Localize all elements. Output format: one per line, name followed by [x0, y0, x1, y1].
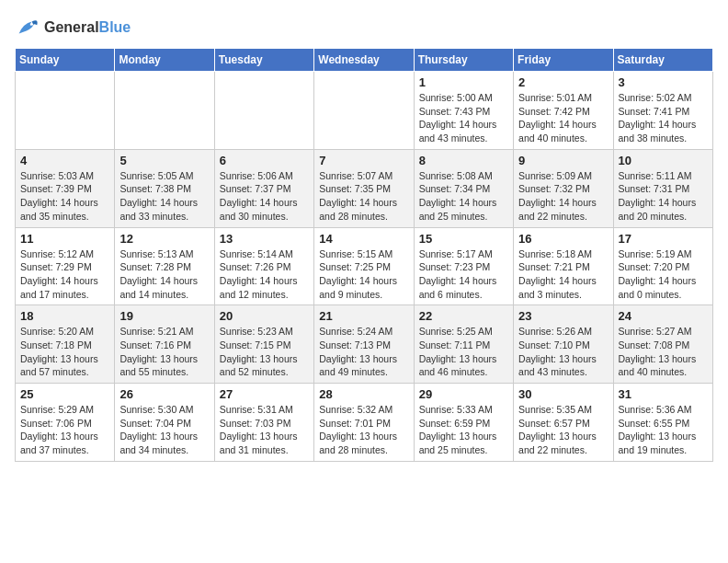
calendar-cell: 7Sunrise: 5:07 AM Sunset: 7:35 PM Daylig…: [314, 149, 414, 227]
calendar-table: SundayMondayTuesdayWednesdayThursdayFrid…: [15, 48, 713, 462]
day-number: 11: [20, 232, 109, 246]
day-info: Sunrise: 5:18 AM Sunset: 7:21 PM Dayligh…: [518, 247, 608, 302]
calendar-cell: 21Sunrise: 5:24 AM Sunset: 7:13 PM Dayli…: [314, 305, 414, 384]
day-number: 4: [20, 154, 109, 167]
calendar-cell: 12Sunrise: 5:13 AM Sunset: 7:28 PM Dayli…: [115, 227, 214, 305]
weekday-header-sunday: Sunday: [16, 49, 115, 72]
day-number: 16: [518, 232, 608, 246]
weekday-header-friday: Friday: [514, 49, 613, 72]
calendar-cell: 18Sunrise: 5:20 AM Sunset: 7:18 PM Dayli…: [16, 305, 115, 384]
day-info: Sunrise: 5:19 AM Sunset: 7:20 PM Dayligh…: [619, 247, 708, 302]
calendar-cell: 22Sunrise: 5:25 AM Sunset: 7:11 PM Dayli…: [414, 305, 513, 384]
day-info: Sunrise: 5:12 AM Sunset: 7:29 PM Dayligh…: [20, 247, 109, 302]
calendar-cell: 29Sunrise: 5:33 AM Sunset: 6:59 PM Dayli…: [414, 384, 513, 462]
day-info: Sunrise: 5:03 AM Sunset: 7:39 PM Dayligh…: [20, 169, 109, 224]
day-info: Sunrise: 5:36 AM Sunset: 6:55 PM Dayligh…: [619, 403, 708, 457]
calendar-cell: 20Sunrise: 5:23 AM Sunset: 7:15 PM Dayli…: [214, 305, 313, 384]
calendar-week-row: 4Sunrise: 5:03 AM Sunset: 7:39 PM Daylig…: [16, 149, 713, 227]
calendar-cell: 10Sunrise: 5:11 AM Sunset: 7:31 PM Dayli…: [613, 149, 712, 227]
calendar-cell: 3Sunrise: 5:02 AM Sunset: 7:41 PM Daylig…: [613, 72, 712, 150]
calendar-cell: 24Sunrise: 5:27 AM Sunset: 7:08 PM Dayli…: [613, 305, 712, 384]
calendar-cell: [115, 72, 214, 150]
logo: GeneralBlue: [15, 15, 131, 40]
weekday-header-saturday: Saturday: [613, 49, 712, 72]
day-info: Sunrise: 5:09 AM Sunset: 7:32 PM Dayligh…: [518, 169, 608, 224]
day-number: 18: [20, 309, 109, 323]
day-number: 15: [419, 232, 508, 246]
day-number: 23: [518, 309, 608, 323]
day-info: Sunrise: 5:08 AM Sunset: 7:34 PM Dayligh…: [419, 169, 508, 224]
day-number: 8: [419, 154, 508, 167]
day-number: 25: [20, 387, 109, 401]
calendar-cell: 16Sunrise: 5:18 AM Sunset: 7:21 PM Dayli…: [514, 227, 613, 305]
calendar-cell: 11Sunrise: 5:12 AM Sunset: 7:29 PM Dayli…: [16, 227, 115, 305]
day-info: Sunrise: 5:20 AM Sunset: 7:18 PM Dayligh…: [20, 325, 109, 379]
day-info: Sunrise: 5:02 AM Sunset: 7:41 PM Dayligh…: [619, 91, 708, 145]
day-number: 6: [220, 154, 309, 167]
calendar-cell: 8Sunrise: 5:08 AM Sunset: 7:34 PM Daylig…: [414, 149, 513, 227]
day-info: Sunrise: 5:15 AM Sunset: 7:25 PM Dayligh…: [319, 247, 408, 302]
calendar-cell: 17Sunrise: 5:19 AM Sunset: 7:20 PM Dayli…: [613, 227, 712, 305]
day-number: 20: [220, 309, 309, 323]
calendar-cell: 25Sunrise: 5:29 AM Sunset: 7:06 PM Dayli…: [16, 384, 115, 462]
day-number: 27: [220, 387, 309, 401]
day-number: 10: [619, 154, 708, 167]
day-number: 22: [419, 309, 508, 323]
calendar-header-row: SundayMondayTuesdayWednesdayThursdayFrid…: [16, 49, 713, 72]
day-info: Sunrise: 5:32 AM Sunset: 7:01 PM Dayligh…: [319, 403, 408, 457]
calendar-cell: 13Sunrise: 5:14 AM Sunset: 7:26 PM Dayli…: [214, 227, 313, 305]
calendar-cell: [214, 72, 313, 150]
calendar-cell: 15Sunrise: 5:17 AM Sunset: 7:23 PM Dayli…: [414, 227, 513, 305]
day-info: Sunrise: 5:11 AM Sunset: 7:31 PM Dayligh…: [619, 169, 708, 224]
weekday-header-wednesday: Wednesday: [314, 49, 414, 72]
day-number: 14: [319, 232, 408, 246]
day-number: 29: [419, 387, 508, 401]
day-number: 24: [619, 309, 708, 323]
calendar-cell: 6Sunrise: 5:06 AM Sunset: 7:37 PM Daylig…: [214, 149, 313, 227]
day-info: Sunrise: 5:23 AM Sunset: 7:15 PM Dayligh…: [220, 325, 309, 379]
calendar-cell: 9Sunrise: 5:09 AM Sunset: 7:32 PM Daylig…: [514, 149, 613, 227]
day-info: Sunrise: 5:30 AM Sunset: 7:04 PM Dayligh…: [119, 403, 209, 457]
day-info: Sunrise: 5:33 AM Sunset: 6:59 PM Dayligh…: [419, 403, 508, 457]
day-info: Sunrise: 5:17 AM Sunset: 7:23 PM Dayligh…: [419, 247, 508, 302]
calendar-week-row: 18Sunrise: 5:20 AM Sunset: 7:18 PM Dayli…: [16, 305, 713, 384]
day-number: 26: [119, 387, 209, 401]
calendar-cell: 1Sunrise: 5:00 AM Sunset: 7:43 PM Daylig…: [414, 72, 513, 150]
day-info: Sunrise: 5:24 AM Sunset: 7:13 PM Dayligh…: [319, 325, 408, 379]
calendar-cell: [16, 72, 115, 150]
day-number: 30: [518, 387, 608, 401]
day-number: 12: [119, 232, 209, 246]
calendar-cell: 2Sunrise: 5:01 AM Sunset: 7:42 PM Daylig…: [514, 72, 613, 150]
day-number: 13: [220, 232, 309, 246]
day-number: 9: [518, 154, 608, 167]
page-header: GeneralBlue: [15, 15, 713, 40]
calendar-cell: 28Sunrise: 5:32 AM Sunset: 7:01 PM Dayli…: [314, 384, 414, 462]
day-info: Sunrise: 5:00 AM Sunset: 7:43 PM Dayligh…: [419, 91, 508, 145]
logo-text: GeneralBlue: [44, 19, 131, 36]
calendar-cell: 26Sunrise: 5:30 AM Sunset: 7:04 PM Dayli…: [115, 384, 214, 462]
day-info: Sunrise: 5:26 AM Sunset: 7:10 PM Dayligh…: [518, 325, 608, 379]
day-info: Sunrise: 5:13 AM Sunset: 7:28 PM Dayligh…: [119, 247, 209, 302]
day-number: 21: [319, 309, 408, 323]
calendar-cell: [314, 72, 414, 150]
day-info: Sunrise: 5:35 AM Sunset: 6:57 PM Dayligh…: [518, 403, 608, 457]
day-info: Sunrise: 5:27 AM Sunset: 7:08 PM Dayligh…: [619, 325, 708, 379]
calendar-week-row: 1Sunrise: 5:00 AM Sunset: 7:43 PM Daylig…: [16, 72, 713, 150]
calendar-cell: 30Sunrise: 5:35 AM Sunset: 6:57 PM Dayli…: [514, 384, 613, 462]
calendar-cell: 31Sunrise: 5:36 AM Sunset: 6:55 PM Dayli…: [613, 384, 712, 462]
weekday-header-tuesday: Tuesday: [214, 49, 313, 72]
day-info: Sunrise: 5:14 AM Sunset: 7:26 PM Dayligh…: [220, 247, 309, 302]
calendar-week-row: 25Sunrise: 5:29 AM Sunset: 7:06 PM Dayli…: [16, 384, 713, 462]
calendar-cell: 14Sunrise: 5:15 AM Sunset: 7:25 PM Dayli…: [314, 227, 414, 305]
day-info: Sunrise: 5:07 AM Sunset: 7:35 PM Dayligh…: [319, 169, 408, 224]
calendar-cell: 5Sunrise: 5:05 AM Sunset: 7:38 PM Daylig…: [115, 149, 214, 227]
day-number: 7: [319, 154, 408, 167]
calendar-cell: 27Sunrise: 5:31 AM Sunset: 7:03 PM Dayli…: [214, 384, 313, 462]
day-info: Sunrise: 5:01 AM Sunset: 7:42 PM Dayligh…: [518, 91, 608, 145]
day-number: 17: [619, 232, 708, 246]
day-info: Sunrise: 5:06 AM Sunset: 7:37 PM Dayligh…: [220, 169, 309, 224]
day-info: Sunrise: 5:05 AM Sunset: 7:38 PM Dayligh…: [119, 169, 209, 224]
day-info: Sunrise: 5:25 AM Sunset: 7:11 PM Dayligh…: [419, 325, 508, 379]
weekday-header-monday: Monday: [115, 49, 214, 72]
day-number: 5: [119, 154, 209, 167]
